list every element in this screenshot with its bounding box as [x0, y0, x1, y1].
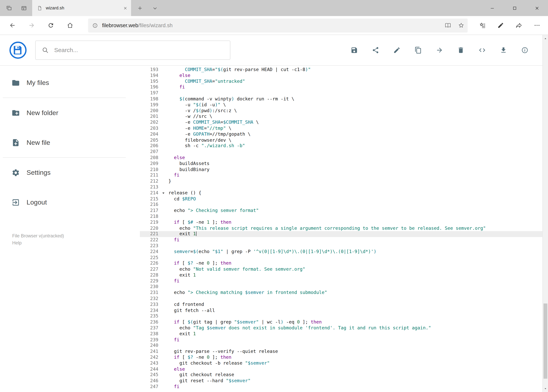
url-text[interactable]: filebrowser.web/files/wizard.sh: [102, 22, 441, 28]
code-editor[interactable]: 193 COMMIT_SHA="$(git rev-parse HEAD | c…: [140, 66, 542, 392]
code-line[interactable]: 227 echo "Not valid semver format. See s…: [140, 266, 542, 272]
scrollbar-thumb[interactable]: [543, 304, 548, 379]
code-line[interactable]: 194 else: [140, 73, 542, 78]
code-line[interactable]: 244 else: [140, 366, 542, 372]
code-line[interactable]: 211 fi: [140, 172, 542, 178]
scroll-up-button[interactable]: [543, 36, 548, 41]
sidebar-item-my-files[interactable]: My files: [0, 68, 140, 98]
code-line[interactable]: 213: [140, 184, 542, 190]
code-line[interactable]: 205 filebrowser/dev \: [140, 137, 542, 143]
code-line[interactable]: 200 -v /$(pwd):/src:z \: [140, 108, 542, 114]
fold-marker-icon[interactable]: [161, 190, 168, 196]
share-page-button[interactable]: [510, 17, 528, 33]
tab-close-icon[interactable]: [123, 6, 128, 10]
search-box[interactable]: [35, 41, 230, 60]
code-line[interactable]: 195 COMMIT_SHA="untracked": [140, 78, 542, 84]
code-line[interactable]: 206 sh -c "./wizard.sh -b": [140, 143, 542, 149]
code-line[interactable]: 209 buildAssets: [140, 161, 542, 167]
address-bar[interactable]: filebrowser.web/files/wizard.sh: [88, 18, 468, 32]
home-button[interactable]: [61, 17, 80, 33]
rename-button[interactable]: [389, 42, 404, 58]
code-line[interactable]: 238 exit 1: [140, 331, 542, 337]
code-line[interactable]: 219 if [ $# -ne 1 ]; then: [140, 219, 542, 225]
code-line[interactable]: 212}: [140, 178, 542, 184]
page-scrollbar[interactable]: [542, 35, 548, 392]
code-line[interactable]: 210 buildBinary: [140, 167, 542, 172]
back-button[interactable]: [3, 17, 22, 33]
code-line[interactable]: 230: [140, 284, 542, 290]
sidebar-item-settings[interactable]: Settings: [0, 158, 140, 188]
code-line[interactable]: 221 exit 1: [140, 231, 542, 237]
delete-button[interactable]: [453, 42, 468, 58]
code-line[interactable]: 220 echo "This release script requires a…: [140, 225, 542, 231]
code-line[interactable]: 196 fi: [140, 84, 542, 90]
code-line[interactable]: 214release () {: [140, 190, 542, 196]
code-line[interactable]: 201 -w //src \: [140, 114, 542, 119]
scroll-down-button[interactable]: [543, 386, 548, 392]
code-line[interactable]: 199 -u "$(id -u)" \: [140, 102, 542, 108]
code-line[interactable]: 225: [140, 255, 542, 260]
code-line[interactable]: 224 semver=$(echo "$1" | grep -P '^v(0|[…: [140, 249, 542, 255]
code-line[interactable]: 223: [140, 243, 542, 249]
code-line[interactable]: 228 exit 1: [140, 272, 542, 278]
close-button[interactable]: [526, 0, 548, 16]
set-tabs-aside-button[interactable]: [1, 0, 16, 16]
move-button[interactable]: [432, 42, 447, 58]
code-line[interactable]: 222 fi: [140, 237, 542, 243]
code-line[interactable]: 232: [140, 296, 542, 302]
code-line[interactable]: 240: [140, 343, 542, 349]
code-line[interactable]: 207: [140, 149, 542, 155]
code-line[interactable]: 204 -e GOPATH=//tmp/gopath \: [140, 131, 542, 137]
site-info-icon[interactable]: [88, 18, 102, 32]
code-line[interactable]: 203 -e HOME="//tmp" \: [140, 126, 542, 131]
code-line[interactable]: 239 fi: [140, 337, 542, 343]
download-button[interactable]: [496, 42, 511, 58]
code-line[interactable]: 216: [140, 202, 542, 208]
tab-preview-toggle[interactable]: [147, 0, 163, 16]
minimize-button[interactable]: [481, 0, 503, 16]
reading-view-button[interactable]: [441, 18, 454, 32]
sidebar-item-logout[interactable]: Logout: [0, 188, 140, 217]
code-line[interactable]: 197: [140, 90, 542, 96]
copy-button[interactable]: [410, 42, 426, 58]
code-line[interactable]: 245 git checkout release: [140, 372, 542, 378]
new-tab-button[interactable]: [132, 0, 147, 16]
code-line[interactable]: 246 git reset --hard "$semver": [140, 378, 542, 384]
code-line[interactable]: 208 else: [140, 155, 542, 161]
share-file-button[interactable]: [368, 42, 383, 58]
tab-wizard-sh[interactable]: wizard.sh: [32, 0, 131, 16]
code-line[interactable]: 236 if [ $(git tag | grep "$semver" | wc…: [140, 319, 542, 325]
add-favorite-button[interactable]: [454, 18, 468, 32]
code-line[interactable]: 235: [140, 314, 542, 319]
forward-button[interactable]: [22, 17, 41, 33]
help-link[interactable]: Help: [12, 239, 140, 247]
code-line[interactable]: 243 git checkout -b release "$semver": [140, 360, 542, 366]
code-line[interactable]: 237 echo "Tag $semver does not exist in …: [140, 325, 542, 331]
search-input[interactable]: [53, 46, 230, 54]
sidebar-item-new-folder[interactable]: New folder: [0, 98, 140, 128]
code-line[interactable]: 198 $(command -v winpty) docker run --rm…: [140, 96, 542, 102]
more-button[interactable]: [528, 17, 546, 33]
code-line[interactable]: 242 if [ $? -ne 0 ]; then: [140, 355, 542, 360]
web-note-button[interactable]: [492, 17, 510, 33]
code-line[interactable]: 231 echo "> Checking matching $semver in…: [140, 290, 542, 296]
save-button[interactable]: [346, 42, 362, 58]
code-view-button[interactable]: [474, 42, 490, 58]
code-line[interactable]: 218: [140, 214, 542, 219]
code-line[interactable]: 241 git rev-parse --verify --quiet relea…: [140, 349, 542, 355]
code-line[interactable]: 217 echo "> Checking semver format": [140, 208, 542, 214]
tab-preview-button[interactable]: [16, 0, 32, 16]
code-line[interactable]: 234 git fetch --all: [140, 308, 542, 314]
maximize-button[interactable]: [503, 0, 526, 16]
code-line[interactable]: 247 fi: [140, 384, 542, 390]
filebrowser-logo[interactable]: [9, 41, 28, 59]
code-line[interactable]: 233 cd frontend: [140, 302, 542, 308]
code-line[interactable]: 215 cd $REPO: [140, 196, 542, 202]
code-line[interactable]: 193 COMMIT_SHA="$(git rev-parse HEAD | c…: [140, 67, 542, 73]
info-button[interactable]: [517, 42, 532, 58]
hub-button[interactable]: [473, 17, 492, 33]
sidebar-item-new-file[interactable]: New file: [0, 128, 140, 157]
code-line[interactable]: 229 fi: [140, 278, 542, 284]
refresh-button[interactable]: [41, 17, 61, 33]
code-line[interactable]: 226 if [ $? -ne 0 ]; then: [140, 260, 542, 266]
